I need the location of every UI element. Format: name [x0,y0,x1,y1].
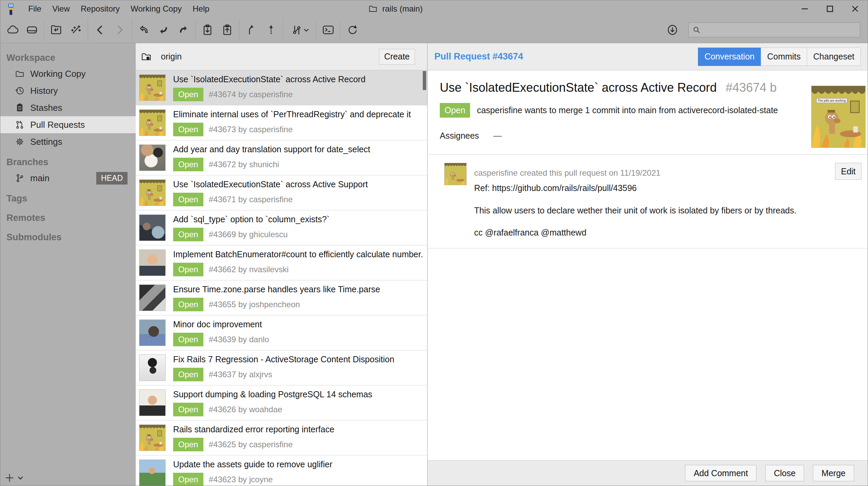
pr-row[interactable]: Ensure Time.zone.parse handles years lik… [136,280,427,315]
sidebar-item-label: Working Copy [30,69,86,79]
pr-row[interactable]: Use `IsolatedExecutionState` across Acti… [136,175,427,210]
comment-meta: casperisfine created this pull request o… [474,168,661,178]
menu-bar: File View Repository Working Copy Help [24,3,214,15]
avatar [139,459,166,486]
sidebar-item-settings[interactable]: Settings [0,133,136,150]
titlebar: File View Repository Working Copy Help r… [0,0,868,17]
menu-view[interactable]: View [48,3,74,15]
stash-button[interactable] [198,19,217,41]
pr-row[interactable]: Eliminate internal uses of `PerThreadReg… [136,105,427,140]
head-badge: HEAD [96,172,128,185]
search-box [688,22,860,37]
back-button[interactable] [90,19,110,41]
minimize-button[interactable] [792,0,817,17]
comment-author-avatar [444,163,467,185]
status-badge: Open [173,298,203,311]
chevron-down-icon[interactable] [17,475,23,481]
menu-working-copy[interactable]: Working Copy [127,3,186,15]
pr-row[interactable]: Update the assets guide to remove uglifi… [136,455,427,486]
sidebar-item-history[interactable]: History [0,82,136,99]
close-button[interactable] [842,0,868,17]
status-badge: Open [173,438,203,451]
open-repo-button[interactable] [46,19,66,41]
minimize-icon [800,4,809,13]
local-drive-button[interactable] [22,19,42,41]
git-flow-button[interactable] [285,19,314,41]
cherry-pick-icon [265,23,278,36]
comment-line: This allow users to declare wether their… [474,206,797,215]
pr-meta: #43626 by woahdae [209,405,282,414]
add-comment-button[interactable]: Add Comment [685,465,756,481]
pr-row[interactable]: Use `IsolatedExecutionState` across Acti… [136,70,427,105]
menu-repository[interactable]: Repository [77,3,124,15]
push-button[interactable] [173,19,193,41]
assignees-value: — [493,131,502,141]
detail-header: Pull Request #43674 Conversation Commits… [428,43,868,70]
close-pr-button[interactable]: Close [765,465,804,481]
status-badge: Open [173,403,203,416]
pull-button[interactable] [154,19,173,41]
pr-title: Add year and day translation support for… [173,144,424,154]
back-icon [94,23,106,36]
pr-row[interactable]: Minor doc improvement Open#43639 by danl… [136,315,427,350]
stash-icon [201,23,214,36]
pr-title: Rails standardized error reporting inter… [173,424,424,434]
forward-icon [113,23,126,36]
edit-comment-button[interactable]: Edit [835,163,862,180]
create-branch-button[interactable] [241,19,261,41]
maximize-button[interactable] [817,0,842,17]
clipboard-icon [15,103,25,113]
menu-file[interactable]: File [24,3,46,15]
pr-row[interactable]: Support dumping & loading PostgreSQL 14 … [136,385,427,420]
list-scrollbar-thumb[interactable] [423,71,426,90]
sidebar-item-working-copy[interactable]: Working Copy [0,65,136,82]
pr-meta: #43674 by casperisfine [209,90,293,99]
sidebar-section-remotes: Remotes [0,211,136,225]
add-repo-button[interactable] [4,473,15,483]
tab-conversation[interactable]: Conversation [698,48,761,66]
pr-row[interactable]: Implement BatchEnumerator#count to effic… [136,245,427,280]
comment-line: Ref: https://github.com/rails/rails/pull… [474,183,637,193]
separator [428,154,868,155]
search-input[interactable] [704,25,856,35]
chevron-down-icon [303,27,309,33]
status-badge: Open [173,158,203,171]
pr-meta: #43623 by jcoyne [209,475,273,484]
merge-pr-button[interactable]: Merge [813,465,854,481]
status-badge: Open [173,333,203,346]
sidebar-section-workspace: Workspace [0,51,136,65]
download-circle-icon [666,23,679,36]
create-pr-button[interactable]: Create [379,49,415,65]
sidebar: Workspace Working Copy History Stashes P… [0,43,136,486]
download-button[interactable] [663,19,682,41]
terminal-button[interactable] [318,19,338,41]
cherry-pick-button[interactable] [261,19,281,41]
sidebar-item-label: main [30,173,49,184]
separator [428,248,868,248]
status-badge: Open [173,263,203,276]
refresh-button[interactable] [343,19,362,41]
forward-button[interactable] [110,19,130,41]
sidebar-footer [4,473,23,483]
pr-row[interactable]: Add year and day translation support for… [136,140,427,175]
magic-wand-button[interactable] [66,19,86,41]
comment-line: cc @rafaelfranca @matthewd [474,228,586,238]
cloud-icon [6,23,19,36]
sidebar-item-pull-requests[interactable]: Pull Requests [0,116,136,133]
assignees-label: Assignees [440,131,479,141]
push-icon [177,23,190,36]
menu-help[interactable]: Help [188,3,213,15]
fetch-icon [137,23,150,36]
pop-stash-icon [221,23,234,36]
sidebar-item-stashes[interactable]: Stashes [0,99,136,116]
sidebar-item-branch-main[interactable]: main HEAD [0,170,136,187]
tab-commits[interactable]: Commits [761,48,807,66]
cloud-button[interactable] [2,19,22,41]
pr-row[interactable]: Fix Rails 7 Regression - ActiveStorage C… [136,350,427,385]
tab-changeset[interactable]: Changeset [807,48,861,66]
pr-row[interactable]: Add `sql_type` option to `column_exists?… [136,210,427,245]
pr-row[interactable]: Rails standardized error reporting inter… [136,420,427,455]
pop-stash-button[interactable] [217,19,237,41]
fetch-button[interactable] [134,19,154,41]
pull-request-icon [15,120,25,130]
